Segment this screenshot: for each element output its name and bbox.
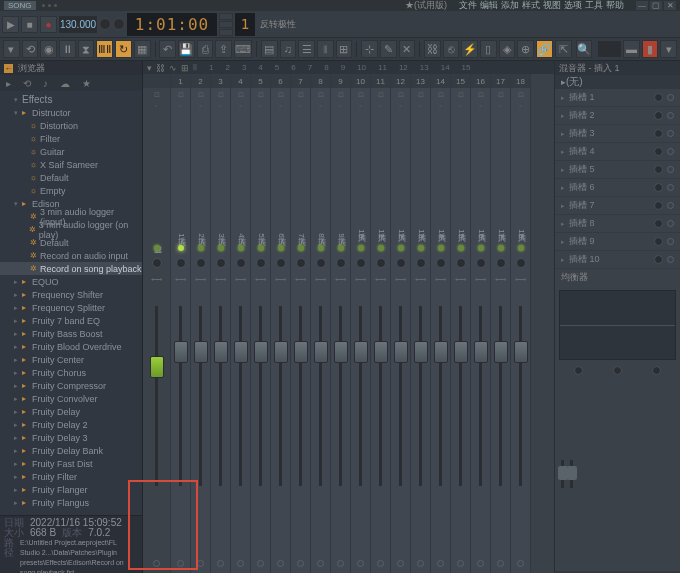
insert-track-13[interactable]: 13⊡◦插入 13⟷• [411, 74, 431, 573]
track-stereo-icon[interactable]: ⟷ [431, 272, 450, 286]
close-button[interactable]: ✕ [664, 1, 676, 10]
browser-item[interactable]: ▸▸ Fruity Compressor [0, 379, 142, 392]
track-name[interactable]: 插入 1 [171, 112, 190, 242]
slot-mix-knob[interactable] [654, 93, 663, 102]
track-stereo-icon[interactable]: ⟷ [411, 272, 430, 286]
mixer-plugin-icon[interactable]: ⊞ [181, 63, 189, 73]
track-arm-led[interactable] [458, 245, 464, 251]
menu-edit[interactable]: 编辑 [480, 0, 498, 12]
insert-track-3[interactable]: 3⊡◦插入 3⟷• [211, 74, 231, 573]
mixer-view-icon[interactable]: ⫴ [193, 62, 197, 73]
track-name[interactable]: 插入 4 [231, 112, 250, 242]
fader-slot[interactable] [379, 306, 382, 486]
fader-slot[interactable] [479, 306, 482, 486]
slot-enable-dot[interactable] [667, 220, 674, 227]
menu-tools[interactable]: 工具 [585, 0, 603, 12]
browser-audio-icon[interactable]: ♪ [43, 78, 48, 89]
mode-btn-2[interactable] [219, 21, 233, 28]
track-route-icon[interactable]: ◦ [237, 101, 245, 109]
tb-count[interactable]: ⧗ [78, 40, 95, 58]
browser-item[interactable]: ✲ Record on audio input [0, 249, 142, 262]
track-stereo-icon[interactable]: ⟷ [171, 272, 190, 286]
track-route-icon[interactable]: ◦ [497, 101, 505, 109]
menu-add[interactable]: 添加 [501, 0, 519, 12]
insert-track-14[interactable]: 14⊡◦插入 14⟷• [431, 74, 451, 573]
insert-track-11[interactable]: 11⊡◦插入 11⟷• [371, 74, 391, 573]
mute-button[interactable] [517, 560, 524, 567]
track-name[interactable]: 插入 14 [431, 112, 450, 242]
fader-cap[interactable] [274, 341, 288, 363]
browser-item[interactable]: ▸▸ Fruity Delay 3 [0, 431, 142, 444]
browser-item[interactable]: ▾▸ Distructor [0, 106, 142, 119]
track-fx-icon[interactable]: ⊡ [237, 91, 245, 99]
eq-low-knob[interactable] [574, 366, 583, 375]
browser-item[interactable]: ▸▸ Frequency Shifter [0, 288, 142, 301]
browser-item[interactable]: ☼ Guitar [0, 145, 142, 158]
pan-knob[interactable] [316, 258, 326, 268]
fader-slot[interactable] [459, 306, 462, 486]
mute-button[interactable] [337, 560, 344, 567]
track-name[interactable]: 插入 10 [351, 112, 370, 242]
track-arm-led[interactable] [378, 245, 384, 251]
browser-item[interactable]: ☼ Empty [0, 184, 142, 197]
mixer-wave-icon[interactable]: ∿ [169, 63, 177, 73]
track-stereo-icon[interactable]: ⟷ [491, 272, 510, 286]
slot-mix-knob[interactable] [654, 183, 663, 192]
track-fx-icon[interactable]: ⊡ [337, 91, 345, 99]
fader-cap[interactable] [514, 341, 528, 363]
track-fx-icon[interactable]: ⊡ [437, 91, 445, 99]
view-piano[interactable]: ♫ [280, 40, 297, 58]
maximize-button[interactable]: ▢ [650, 1, 662, 10]
pan-knob[interactable] [152, 258, 162, 268]
track-fx-icon[interactable]: ⊡ [153, 91, 161, 99]
track-route-icon[interactable]: ◦ [517, 101, 525, 109]
browser-item[interactable]: ▸▸ Fruity Flangus [0, 496, 142, 509]
track-stereo-icon[interactable]: ⟷ [251, 272, 270, 286]
pan-knob[interactable] [216, 258, 226, 268]
mute-button[interactable] [237, 560, 244, 567]
fader-slot[interactable] [519, 306, 522, 486]
tb-link-active[interactable]: 🔗 [536, 40, 553, 58]
insert-track-10[interactable]: 10⊡◦插入 10⟷• [351, 74, 371, 573]
browser-item[interactable]: ▸▸ Fruity Filter [0, 470, 142, 483]
insert-track-1[interactable]: 1⊡◦插入 1⟷• [171, 74, 191, 573]
menu-options[interactable]: 选项 [564, 0, 582, 12]
browser-item[interactable]: ▸▸ Fruity Delay Bank [0, 444, 142, 457]
slot-enable-dot[interactable] [667, 112, 674, 119]
fader-cap[interactable] [214, 341, 228, 363]
track-route-icon[interactable]: ◦ [437, 101, 445, 109]
insert-track-7[interactable]: 7⊡◦插入 7⟷• [291, 74, 311, 573]
track-name[interactable]: 插入 11 [371, 112, 390, 242]
browser-item[interactable]: ▸▸ Fruity Flanger [0, 483, 142, 496]
track-name[interactable]: 插入 13 [411, 112, 430, 242]
view-playlist[interactable]: ▤ [261, 40, 278, 58]
track-arm-led[interactable] [338, 245, 344, 251]
menu-help[interactable]: 帮助 [606, 0, 624, 12]
track-stereo-icon[interactable]: ⟷ [391, 272, 410, 286]
track-stereo-icon[interactable]: ⟷ [311, 272, 330, 286]
browser-item[interactable]: ▸▸ Frequency Splitter [0, 301, 142, 314]
tb-close[interactable]: ✕ [399, 40, 416, 58]
browser-fav-icon[interactable]: ★ [82, 78, 91, 89]
mute-button[interactable] [217, 560, 224, 567]
tb-wait[interactable]: ⏸ [59, 40, 76, 58]
slot-enable-dot[interactable] [667, 184, 674, 191]
track-name[interactable]: 插入 18 [511, 112, 530, 242]
fader-slot[interactable] [319, 306, 322, 486]
mute-button[interactable] [297, 560, 304, 567]
mode-btn-3[interactable] [219, 29, 233, 36]
track-arm-led[interactable] [258, 245, 264, 251]
mode-btn-1[interactable] [219, 13, 233, 20]
tb-snap[interactable]: ⊹ [361, 40, 378, 58]
tb-typing[interactable]: ✎ [380, 40, 397, 58]
track-fx-icon[interactable]: ⊡ [477, 91, 485, 99]
stop-button[interactable]: ■ [21, 16, 38, 33]
track-name[interactable]: 插入 16 [471, 112, 490, 242]
track-name[interactable]: 插入 17 [491, 112, 510, 242]
track-fx-icon[interactable]: ⊡ [497, 91, 505, 99]
fader-slot[interactable] [419, 306, 422, 486]
track-fx-icon[interactable]: ⊡ [217, 91, 225, 99]
pan-knob[interactable] [376, 258, 386, 268]
mute-button[interactable] [153, 560, 160, 567]
mute-button[interactable] [457, 560, 464, 567]
